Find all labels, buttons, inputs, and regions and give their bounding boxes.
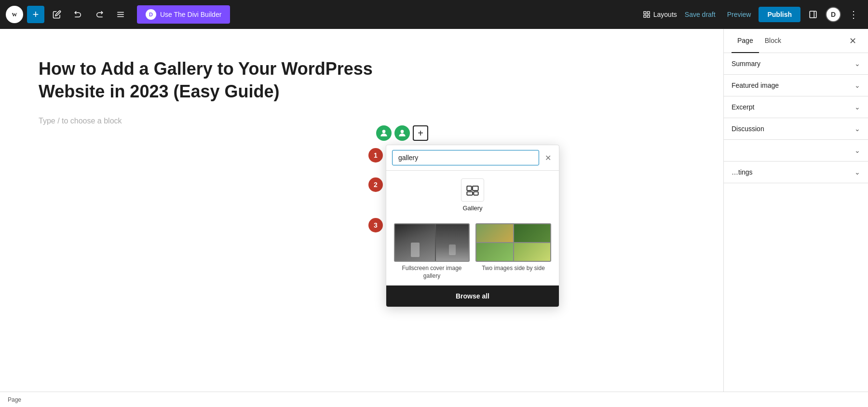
step-2-badge: 2 [368,177,383,192]
excerpt-chevron: ⌄ [854,103,860,111]
extra-header[interactable]: ⌄ [724,140,868,161]
tab-page[interactable]: Page [732,29,759,53]
undo-button[interactable] [69,6,87,23]
pattern-1-thumb [394,223,470,262]
featured-image-header[interactable]: Featured image ⌄ [724,75,868,96]
user-avatar-1 [376,125,392,141]
settings-title: …tings [732,168,753,176]
settings-chevron: ⌄ [854,168,860,176]
divi-icon: D [146,9,156,20]
redo-button[interactable] [91,6,108,23]
edit-button[interactable] [48,6,66,23]
floating-controls: + [376,125,428,141]
svg-text:W: W [12,12,17,17]
summary-header[interactable]: Summary ⌄ [724,53,868,74]
divi-builder-button[interactable]: D Use The Divi Builder [137,5,230,24]
inline-add-button[interactable]: + [413,125,428,141]
svg-rect-9 [810,11,816,18]
discussion-title: Discussion [732,125,764,133]
preview-button[interactable]: Preview [723,8,755,21]
status-text: Page [8,396,21,403]
toolbar-right: Layouts Save draft Preview Publish D ⋮ [643,6,862,23]
settings-section: …tings ⌄ [724,162,868,183]
discussion-chevron: ⌄ [854,125,860,133]
pattern-2-label: Two images side by side [475,265,551,272]
pattern-1-item[interactable]: Fullscreen cover image gallery [394,223,470,280]
excerpt-section: Excerpt ⌄ [724,96,868,118]
svg-rect-7 [647,15,650,17]
discussion-header[interactable]: Discussion ⌄ [724,118,868,139]
layouts-button[interactable]: Layouts [643,11,677,18]
right-sidebar: Page Block ✕ Summary ⌄ Featured image ⌄ … [723,29,868,392]
main-toolbar: W + D Use The Divi Builder Layouts Save … [0,0,868,29]
featured-image-section: Featured image ⌄ [724,75,868,96]
featured-image-title: Featured image [732,81,779,89]
wp-logo[interactable]: W [6,6,23,23]
editor-area: How to Add a Gallery to Your WordPress W… [0,29,723,392]
add-block-button[interactable]: + [27,6,44,23]
block-inserter-popup: ✕ Gallery [386,145,559,307]
main-area: How to Add a Gallery to Your WordPress W… [0,29,868,392]
block-placeholder[interactable]: Type / to choose a block [39,115,685,127]
svg-rect-15 [467,192,473,195]
tab-block[interactable]: Block [759,29,787,53]
more-options-button[interactable]: ⋮ [845,7,862,22]
discussion-section: Discussion ⌄ [724,118,868,140]
svg-rect-5 [644,12,646,14]
featured-image-chevron: ⌄ [854,81,860,89]
pattern-1-label: Fullscreen cover image gallery [394,265,470,280]
search-clear-button[interactable]: ✕ [543,152,553,163]
excerpt-header[interactable]: Excerpt ⌄ [724,96,868,118]
save-draft-button[interactable]: Save draft [681,8,719,21]
svg-rect-14 [473,186,478,190]
pattern-previews: Fullscreen cover image gallery [386,219,559,285]
step-1-badge: 1 [368,148,383,163]
svg-rect-8 [644,15,646,17]
svg-rect-16 [474,192,478,195]
gallery-block-label: Gallery [462,204,482,212]
pattern-2-thumb [475,223,551,262]
gallery-block-icon [461,178,484,202]
browse-all-button[interactable]: Browse all [386,285,559,307]
excerpt-title: Excerpt [732,103,754,111]
step-3-badge: 3 [368,218,383,232]
block-search-input[interactable] [392,150,539,165]
extra-section: ⌄ [724,140,868,162]
post-title[interactable]: How to Add a Gallery to Your WordPress W… [39,58,415,103]
status-bar: Page [0,392,868,407]
svg-rect-13 [467,186,471,190]
gallery-block-result[interactable]: Gallery [386,171,559,219]
tools-button[interactable] [112,6,129,23]
sidebar-tabs: Page Block ✕ [724,29,868,53]
svg-point-12 [401,130,404,133]
extra-chevron: ⌄ [854,147,860,154]
summary-title: Summary [732,60,760,68]
svg-rect-6 [647,12,650,14]
pattern-2-item[interactable]: Two images side by side [475,223,551,280]
settings-header[interactable]: …tings ⌄ [724,162,868,183]
publish-button[interactable]: Publish [759,7,800,22]
svg-point-11 [382,130,386,133]
summary-section: Summary ⌄ [724,53,868,75]
avatar[interactable]: D [826,7,841,22]
summary-chevron: ⌄ [854,60,860,68]
sidebar-close-button[interactable]: ✕ [845,29,860,53]
block-inserter-search-area: ✕ [386,145,559,171]
sidebar-toggle-button[interactable] [804,6,822,23]
user-avatar-2 [394,125,410,141]
